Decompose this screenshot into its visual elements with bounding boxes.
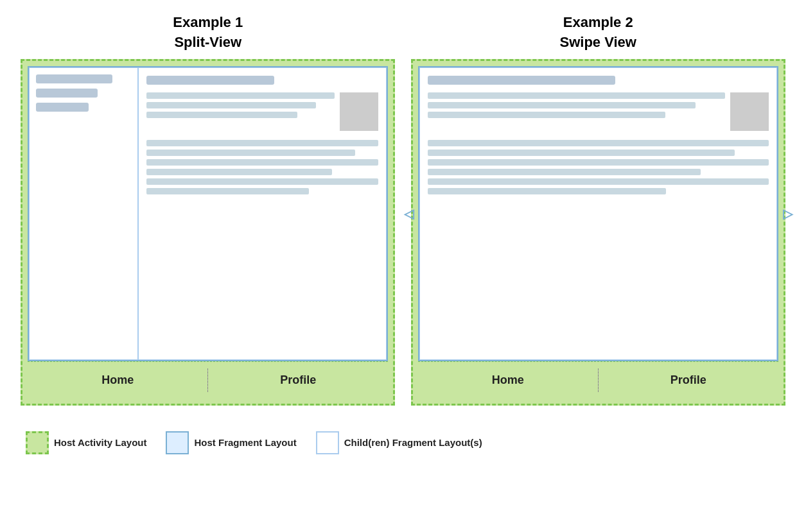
example1-tab-home[interactable]: Home <box>28 362 207 399</box>
content-header2 <box>428 76 615 85</box>
legend-label-blue: Host Fragment Layout <box>194 437 296 448</box>
legend-blue-box <box>166 431 189 454</box>
example1-title-line2: Split-View <box>173 33 243 53</box>
line <box>428 102 696 108</box>
example1-host-activity: Home Profile <box>21 59 395 406</box>
example1-wrapper: Example 1 Split-View <box>21 13 395 406</box>
sidebar-item-2 <box>36 89 98 98</box>
legend: Host Activity Layout Host Fragment Layou… <box>13 425 793 461</box>
line <box>428 140 769 146</box>
example2-host-fragment <box>418 66 778 361</box>
example2-host-activity: ◁ <box>411 59 785 406</box>
line <box>146 150 355 156</box>
example1-host-fragment <box>28 66 388 361</box>
example1-title: Example 1 Split-View <box>173 13 243 53</box>
examples-row: Example 1 Split-View <box>13 13 793 406</box>
line <box>146 112 297 118</box>
content-body <box>146 92 378 131</box>
swipe-left-arrow[interactable]: ◁ <box>404 206 414 221</box>
legend-item-green: Host Activity Layout <box>26 431 146 454</box>
line <box>146 169 332 175</box>
content-lines2 <box>428 92 725 131</box>
line <box>146 178 378 185</box>
line <box>146 159 378 166</box>
example1-main-content <box>138 67 387 360</box>
line <box>428 150 735 156</box>
example2-swipe-wrapper: ◁ <box>418 66 778 361</box>
example2-tab-home[interactable]: Home <box>418 362 598 399</box>
example1-sidebar <box>29 67 138 360</box>
sidebar-item-1 <box>36 74 112 83</box>
line <box>428 159 769 166</box>
content-bottom-lines <box>146 140 378 194</box>
content-body2 <box>428 92 769 131</box>
example2-title-line1: Example 2 <box>560 13 636 33</box>
main-container: Example 1 Split-View <box>13 13 793 461</box>
line <box>428 178 769 185</box>
example1-tab-profile[interactable]: Profile <box>208 362 388 399</box>
legend-item-white: Child(ren) Fragment Layout(s) <box>316 431 482 454</box>
example1-bottom-tabs: Home Profile <box>28 361 388 399</box>
example2-tab-profile[interactable]: Profile <box>599 362 778 399</box>
example2-main-content <box>419 67 777 360</box>
line <box>428 92 725 99</box>
legend-white-box <box>316 431 339 454</box>
content-lines <box>146 92 335 131</box>
swipe-right-arrow[interactable]: ▷ <box>783 206 793 221</box>
legend-label-white: Child(ren) Fragment Layout(s) <box>344 437 482 448</box>
line <box>428 169 701 175</box>
content-thumbnail <box>340 92 378 131</box>
example2-bottom-tabs: Home Profile <box>418 361 778 399</box>
line <box>428 112 666 118</box>
legend-label-green: Host Activity Layout <box>54 437 146 448</box>
content-thumbnail2 <box>730 92 769 131</box>
sidebar-item-3 <box>36 103 88 112</box>
content-header <box>146 76 274 85</box>
line <box>428 188 667 194</box>
example1-title-line1: Example 1 <box>173 13 243 33</box>
line <box>146 140 378 146</box>
example2-wrapper: Example 2 Swipe View ◁ <box>411 13 785 406</box>
example2-title: Example 2 Swipe View <box>560 13 636 53</box>
line <box>146 188 309 194</box>
legend-item-blue: Host Fragment Layout <box>166 431 296 454</box>
line <box>146 92 335 99</box>
content-bottom-lines2 <box>428 140 769 194</box>
legend-green-box <box>26 431 49 454</box>
line <box>146 102 316 108</box>
example2-title-line2: Swipe View <box>560 33 636 53</box>
